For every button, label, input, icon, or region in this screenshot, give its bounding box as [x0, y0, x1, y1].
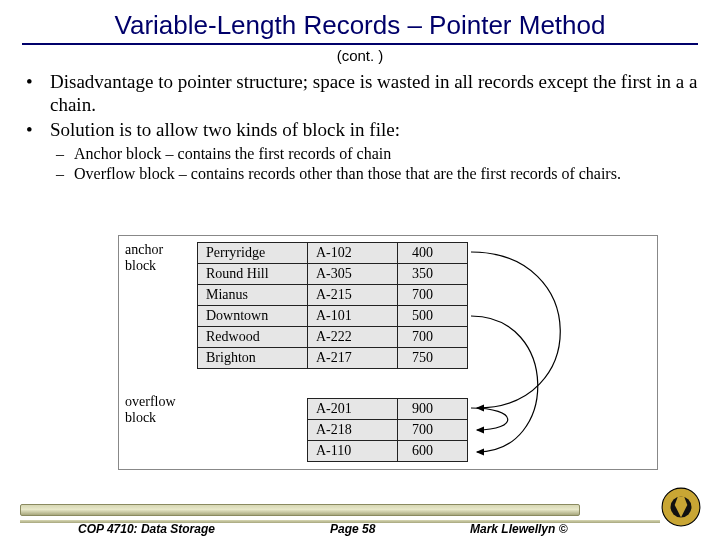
bullet-2: Solution is to allow two kinds of block … [50, 118, 400, 141]
diagram: anchor block overflow block PerryridgeA-… [118, 235, 658, 470]
footer-page: Page 58 [330, 522, 375, 536]
slide-subtitle: (cont. ) [22, 47, 698, 64]
footer: COP 4710: Data Storage Page 58 Mark Llew… [0, 490, 720, 540]
footer-course: COP 4710: Data Storage [78, 522, 215, 536]
bullet-1: Disadvantage to pointer structure; space… [50, 70, 698, 116]
overflow-block-label: overflow block [125, 394, 176, 426]
footer-author: Mark Llewellyn © [470, 522, 568, 536]
sub-bullet-2: Overflow block – contains records other … [74, 164, 621, 184]
overflow-table: A-201900 A-218700 A-110600 [307, 398, 468, 462]
ucf-logo-icon [660, 486, 702, 528]
anchor-table: PerryridgeA-102400 Round HillA-305350 Mi… [197, 242, 468, 369]
anchor-block-label: anchor block [125, 242, 163, 274]
sub-bullet-1: Anchor block – contains the first record… [74, 144, 391, 164]
bullet-list: •Disadvantage to pointer structure; spac… [22, 70, 698, 184]
slide-title: Variable-Length Records – Pointer Method [22, 10, 698, 45]
